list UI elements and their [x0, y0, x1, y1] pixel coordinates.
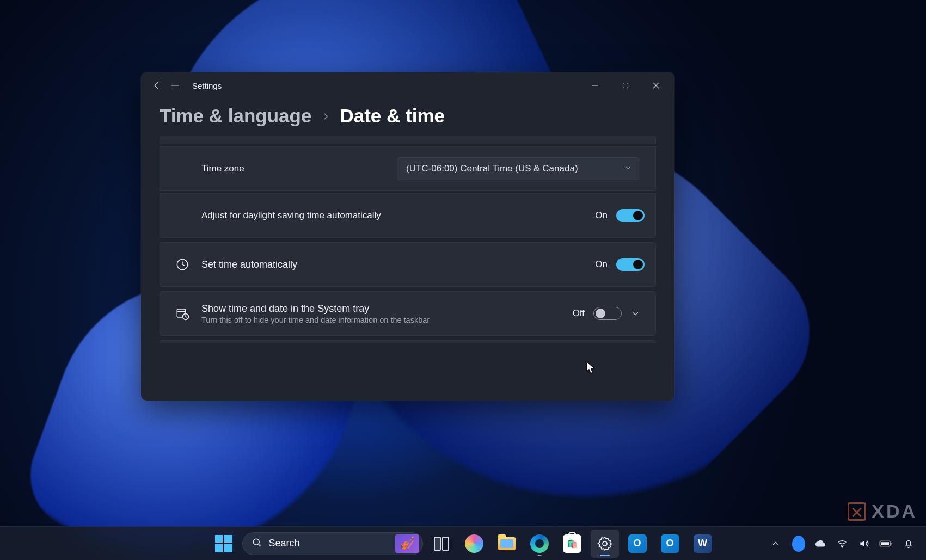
set-time-auto-toggle[interactable] [616, 258, 645, 271]
window-maximize-button[interactable] [610, 75, 641, 96]
taskbar-app-outlook-new[interactable]: O [656, 530, 684, 558]
taskbar-search[interactable]: Search 🎻 [242, 532, 423, 555]
taskbar-app-store[interactable]: 🛍️ [558, 530, 586, 558]
task-view-button[interactable] [427, 530, 456, 558]
system-tray-time-toggle[interactable] [593, 307, 622, 320]
chevron-down-icon [624, 163, 632, 174]
maximize-icon [622, 82, 629, 89]
taskbar: Search 🎻 🛍️ O O W [0, 526, 926, 560]
breadcrumb-parent-link[interactable]: Time & language [160, 105, 311, 127]
system-tray-time-description: Turn this off to hide your time and date… [201, 316, 573, 324]
svg-rect-9 [881, 542, 889, 545]
clock-icon [172, 257, 193, 272]
set-time-auto-row: Set time automatically On [160, 242, 656, 287]
taskbar-app-settings[interactable] [591, 530, 619, 558]
outlook-icon: O [628, 534, 647, 553]
watermark: XDA [848, 501, 917, 522]
system-tray-time-row: Show time and date in the System tray Tu… [160, 291, 656, 336]
system-tray-time-expander[interactable] [626, 309, 645, 318]
svg-point-7 [842, 546, 843, 547]
windows-security-icon [792, 536, 805, 552]
time-zone-label: Time zone [201, 163, 354, 174]
svg-point-5 [253, 539, 259, 545]
svg-rect-0 [623, 83, 628, 88]
tray-volume-icon[interactable] [857, 537, 870, 550]
taskbar-app-explorer[interactable] [493, 530, 521, 558]
search-highlight-icon[interactable]: 🎻 [395, 534, 419, 553]
settings-icon [596, 534, 614, 553]
back-button[interactable] [148, 76, 166, 95]
dst-toggle[interactable] [616, 209, 645, 222]
start-button[interactable] [210, 530, 238, 558]
window-title: Settings [192, 81, 222, 90]
title-bar: Settings [141, 72, 674, 99]
tray-battery-icon[interactable] [879, 537, 892, 550]
time-zone-row: Time zone (UTC-06:00) Central Time (US &… [160, 146, 656, 191]
settings-window: Settings Time & language Date & time Tim… [141, 72, 674, 401]
time-zone-selected-value: (UTC-06:00) Central Time (US & Canada) [406, 163, 578, 174]
window-minimize-button[interactable] [580, 75, 610, 96]
taskbar-app-outlook[interactable]: O [623, 530, 652, 558]
system-tray-time-state: Off [573, 308, 585, 319]
search-icon [252, 537, 262, 550]
hamburger-icon [170, 81, 180, 90]
chevron-down-icon [631, 309, 640, 318]
dst-label: Adjust for daylight saving time automati… [201, 210, 595, 221]
copilot-icon [465, 534, 483, 553]
tray-notifications-button[interactable] [901, 537, 916, 550]
edge-icon [530, 534, 549, 553]
xda-logo-icon [848, 502, 866, 521]
wifi-icon [837, 538, 848, 549]
volume-icon [858, 538, 869, 549]
minimize-icon [592, 82, 598, 89]
taskbar-app-copilot[interactable] [460, 530, 488, 558]
set-time-auto-state: On [595, 259, 608, 270]
system-tray-time-label: Show time and date in the System tray [201, 303, 573, 315]
outlook-new-icon: O [661, 534, 679, 553]
system-tray [768, 527, 916, 560]
cloud-icon [814, 538, 826, 550]
tray-onedrive-icon[interactable] [814, 537, 827, 550]
settings-content: Time & language Date & time Time zone (U… [141, 99, 674, 401]
breadcrumb: Time & language Date & time [160, 105, 656, 127]
calendar-clock-icon [172, 306, 193, 321]
task-view-icon [432, 534, 451, 553]
ms-store-icon: 🛍️ [563, 534, 581, 553]
watermark-text: XDA [872, 501, 917, 522]
window-close-button[interactable] [641, 75, 671, 96]
time-zone-select[interactable]: (UTC-06:00) Central Time (US & Canada) [397, 157, 639, 180]
settings-group-top-cap [160, 136, 656, 144]
close-icon [653, 82, 659, 89]
windows-logo-icon [215, 535, 232, 552]
tray-wifi-icon[interactable] [836, 537, 849, 550]
word-icon: W [694, 534, 712, 553]
taskbar-search-placeholder: Search [269, 538, 395, 549]
svg-point-6 [603, 541, 607, 546]
chevron-right-icon [321, 110, 330, 124]
chevron-up-icon [771, 539, 780, 548]
tray-overflow-button[interactable] [768, 537, 783, 550]
battery-icon [879, 538, 892, 549]
dst-toggle-state: On [595, 210, 608, 221]
file-explorer-icon [498, 534, 516, 553]
dst-row: Adjust for daylight saving time automati… [160, 193, 656, 238]
set-time-auto-label: Set time automatically [201, 259, 595, 270]
breadcrumb-current: Date & time [340, 105, 445, 127]
taskbar-app-edge[interactable] [525, 530, 554, 558]
settings-next-group-peek [160, 340, 656, 343]
arrow-left-icon [152, 81, 162, 90]
nav-menu-button[interactable] [166, 76, 185, 95]
tray-security-icon[interactable] [792, 537, 805, 550]
bell-icon [903, 538, 914, 549]
taskbar-app-word[interactable]: W [689, 530, 717, 558]
